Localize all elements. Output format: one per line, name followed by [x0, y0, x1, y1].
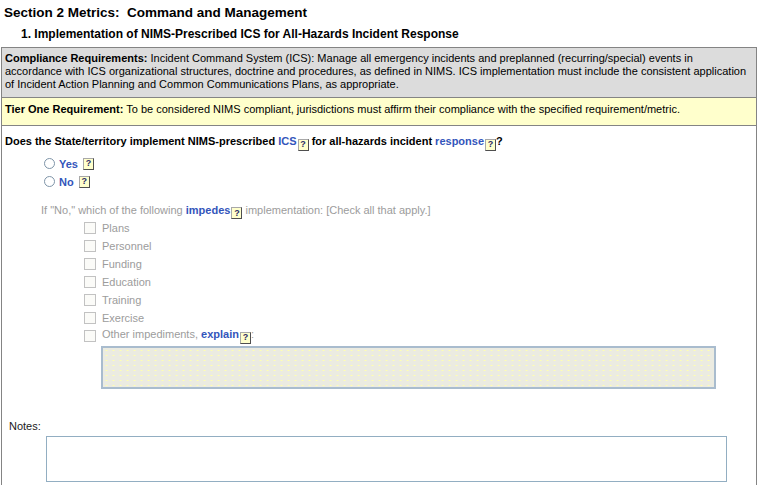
yes-label: Yes	[59, 158, 78, 170]
response-help-icon[interactable]: ?	[485, 139, 496, 151]
plans-label: Plans	[102, 222, 130, 234]
response-link[interactable]: response	[435, 135, 484, 147]
checkbox-row-plans: Plans	[84, 219, 752, 237]
training-label: Training	[102, 294, 141, 306]
checkbox-row-funding: Funding	[84, 255, 752, 273]
compliance-requirements-box: Compliance Requirements: Incident Comman…	[2, 48, 756, 98]
personnel-label: Personnel	[102, 240, 152, 252]
other-impediments-colon: :	[251, 328, 254, 340]
notes-label: Notes:	[9, 420, 752, 433]
personnel-checkbox	[84, 240, 96, 252]
education-checkbox	[84, 276, 96, 288]
tier-one-requirement-box: Tier One Requirement: To be considered N…	[2, 98, 756, 126]
checkbox-row-training: Training	[84, 291, 752, 309]
explain-help-icon[interactable]: ?	[240, 332, 251, 344]
explain-textarea	[101, 346, 716, 389]
tier-label: Tier One Requirement:	[5, 103, 123, 115]
question-area: Does the State/territory implement NIMS-…	[2, 126, 756, 485]
no-help-icon[interactable]: ?	[79, 176, 90, 188]
other-impediments-checkbox	[84, 330, 96, 342]
checkbox-row-personnel: Personnel	[84, 237, 752, 255]
exercise-checkbox	[84, 312, 96, 324]
yes-help-icon[interactable]: ?	[83, 158, 94, 170]
funding-checkbox	[84, 258, 96, 270]
other-impediments-label: Other impediments,	[102, 328, 201, 340]
ics-link[interactable]: ICS	[278, 135, 296, 147]
question-part2: for all-hazards incident	[309, 135, 436, 147]
funding-label: Funding	[102, 258, 142, 270]
exercise-label: Exercise	[102, 312, 144, 324]
checkbox-row-education: Education	[84, 273, 752, 291]
checkbox-row-exercise: Exercise	[84, 309, 752, 327]
no-label: No	[59, 176, 74, 188]
question-suffix: ?	[496, 135, 503, 147]
explain-link[interactable]: explain	[201, 328, 239, 340]
education-label: Education	[102, 276, 151, 288]
other-impediments-text: Other impediments, explain?:	[102, 328, 254, 344]
question-text: Does the State/territory implement NIMS-…	[5, 134, 752, 151]
no-radio[interactable]	[44, 176, 55, 187]
checkbox-row-other: Other impediments, explain?:	[84, 327, 752, 345]
metric-subtitle: 1. Implementation of NIMS-Prescribed ICS…	[21, 27, 759, 41]
impedes-instruction: If "No," which of the following impedes?…	[41, 203, 752, 220]
no-option-row: No?	[44, 173, 752, 191]
page-title: Section 2 Metrics: Command and Managemen…	[4, 5, 759, 20]
impedes-part2: implementation: [Check all that apply.]	[242, 204, 430, 216]
compliance-label: Compliance Requirements:	[5, 52, 147, 64]
metric-panel: Compliance Requirements: Incident Comman…	[1, 47, 757, 485]
yes-option-row: Yes?	[44, 155, 752, 173]
impedes-link[interactable]: impedes	[186, 204, 231, 216]
notes-textarea[interactable]	[46, 436, 727, 482]
impedes-part1: If "No," which of the following	[41, 204, 186, 216]
yes-radio[interactable]	[44, 158, 55, 169]
question-part1: Does the State/territory implement NIMS-…	[5, 135, 278, 147]
plans-checkbox	[84, 222, 96, 234]
ics-help-icon[interactable]: ?	[298, 139, 309, 151]
tier-text: To be considered NIMS compliant, jurisdi…	[123, 103, 680, 115]
training-checkbox	[84, 294, 96, 306]
impedes-help-icon[interactable]: ?	[231, 207, 242, 219]
